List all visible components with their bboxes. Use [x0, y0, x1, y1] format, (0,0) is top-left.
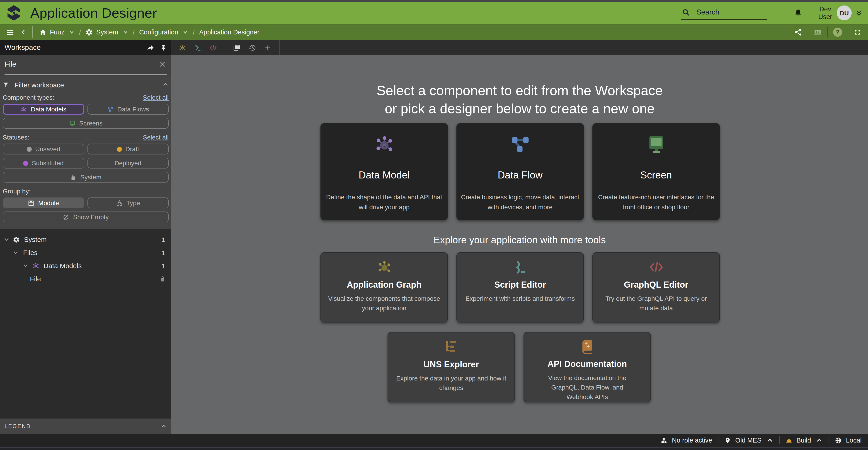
- toolbar-divider: [279, 40, 280, 55]
- card-title: GraphQL Editor: [624, 280, 688, 290]
- workspace-search-value: File: [4, 58, 167, 68]
- group-by-button-module[interactable]: Module: [3, 197, 84, 208]
- module-box-icon: [28, 199, 35, 206]
- tree-row-files[interactable]: Files 1: [0, 246, 171, 259]
- graphql-editor-card[interactable]: GraphQL Editor Try out the GraphQL API t…: [592, 252, 720, 322]
- statusbar-divider: [829, 436, 829, 444]
- search-icon: [682, 8, 690, 16]
- card-description: Experiment with scripts and transforms: [463, 294, 577, 303]
- status-button-draft[interactable]: Draft: [87, 143, 168, 155]
- clear-search-icon[interactable]: [159, 61, 166, 67]
- show-empty-button[interactable]: Show Empty: [3, 212, 168, 222]
- breadcrumb-item-home[interactable]: Fuuz: [39, 28, 74, 36]
- group-by-button-type[interactable]: Type: [87, 197, 168, 208]
- window-manager-icon[interactable]: [233, 44, 241, 52]
- tree-item-label: File: [30, 275, 41, 283]
- status-button-system[interactable]: System: [3, 172, 168, 183]
- gear-icon: [86, 28, 93, 36]
- breadcrumb-item-configuration[interactable]: Configuration: [139, 29, 188, 36]
- filter-workspace-header[interactable]: Filter workspace: [3, 78, 168, 91]
- api-documentation-card[interactable]: API Documentation View the documentation…: [524, 332, 651, 402]
- script-editor-icon[interactable]: [194, 44, 202, 52]
- legend-bar[interactable]: LEGEND: [0, 419, 171, 434]
- type-shapes-icon: [116, 199, 123, 206]
- breadcrumb-label: System: [96, 29, 118, 36]
- tree-row-system[interactable]: System 1: [0, 233, 171, 246]
- search-input[interactable]: Search: [681, 6, 768, 20]
- data-flow-card[interactable]: Data Flow Create business logic, move da…: [457, 123, 584, 220]
- tree-item-count: 1: [161, 262, 165, 269]
- dev-console-laptop-icon[interactable]: [814, 28, 822, 36]
- menu-hamburger-icon[interactable]: [6, 28, 14, 36]
- screen-card[interactable]: Screen Create feature-rich user interfac…: [592, 123, 720, 220]
- status-button-deployed[interactable]: Deployed: [87, 158, 168, 168]
- data-model-card[interactable]: Data Model Define the shape of the data …: [320, 123, 448, 220]
- workspace-tree: System 1 Files 1 Data Models 1 File: [0, 229, 171, 419]
- card-description: Explore the data in your app and how it …: [395, 374, 508, 393]
- filter-button-data-flows[interactable]: Data Flows: [87, 104, 168, 115]
- avatar[interactable]: DU: [837, 5, 852, 21]
- lock-icon: [70, 174, 76, 181]
- tree-row-data-models[interactable]: Data Models 1: [0, 259, 171, 272]
- select-all-statuses-link[interactable]: Select all: [143, 133, 168, 141]
- tree-row-file[interactable]: File: [0, 272, 171, 285]
- page-title: Application Designer: [30, 5, 157, 21]
- status-button-unsaved[interactable]: Unsaved: [3, 143, 84, 155]
- environment-status-item[interactable]: Local: [835, 437, 862, 444]
- user-menu-chevron-icon[interactable]: [855, 9, 863, 17]
- pin-icon[interactable]: [159, 44, 167, 51]
- history-icon[interactable]: [248, 44, 256, 52]
- screen-monitor-icon: [646, 134, 666, 155]
- filter-button-data-models[interactable]: Data Models: [3, 104, 84, 115]
- chevron-down-icon[interactable]: [23, 263, 29, 268]
- legend-collapse-chevron-icon[interactable]: [160, 423, 167, 429]
- application-graph-icon[interactable]: [179, 44, 186, 52]
- breadcrumb-item-current: Application Designer: [199, 29, 259, 36]
- role-status-label: No role active: [672, 437, 712, 444]
- help-icon[interactable]: ?: [833, 28, 842, 37]
- workspace-title: Workspace: [4, 43, 40, 52]
- notifications-bell-icon[interactable]: [794, 8, 803, 18]
- card-description: Create business logic, move data, intera…: [461, 192, 580, 212]
- data-flow-icon: [510, 134, 531, 155]
- location-status-item[interactable]: Old MES: [724, 437, 773, 444]
- breadcrumb-label: Configuration: [139, 29, 178, 36]
- uns-explorer-card[interactable]: UNS Explorer Explore the data in your ap…: [388, 332, 515, 402]
- status-button-substituted[interactable]: Substituted: [3, 158, 84, 168]
- group-by-button-label: Module: [38, 199, 59, 206]
- graphql-editor-icon[interactable]: [209, 44, 217, 52]
- statuses-label: Statuses:: [3, 133, 29, 141]
- popout-forward-icon[interactable]: [147, 44, 154, 51]
- breadcrumb: Fuuz / System / Configuration / Applicat…: [0, 24, 868, 40]
- workspace-search-field[interactable]: File: [0, 55, 171, 76]
- search-placeholder: Search: [696, 8, 719, 16]
- collapse-chevron-icon[interactable]: [162, 82, 168, 88]
- tree-item-label: Data Models: [43, 262, 82, 269]
- screen-icon: [69, 120, 76, 127]
- breadcrumb-item-system[interactable]: System: [86, 28, 128, 36]
- fuuz-logo-icon: [5, 4, 22, 21]
- application-graph-card[interactable]: Application Graph Visualize the componen…: [320, 252, 448, 322]
- chevron-down-icon: [123, 29, 128, 35]
- select-all-component-types-link[interactable]: Select all: [143, 94, 168, 101]
- add-tab-plus-icon[interactable]: [264, 44, 272, 52]
- chevron-down-icon: [183, 29, 188, 35]
- chevron-down-icon[interactable]: [13, 250, 19, 255]
- app-header: Application Designer Search Dev User DU: [0, 2, 868, 24]
- application-graph-icon: [376, 260, 392, 275]
- statusbar-divider: [718, 436, 718, 444]
- fullscreen-icon[interactable]: [854, 28, 862, 36]
- status-button-label: Unsaved: [35, 146, 60, 153]
- role-status-item[interactable]: No role active: [661, 437, 712, 444]
- filter-button-screens[interactable]: Screens: [3, 118, 168, 129]
- data-model-icon: [21, 106, 27, 112]
- unsaved-status-dot: [27, 147, 31, 152]
- card-title: UNS Explorer: [424, 360, 479, 369]
- build-mode-status-item[interactable]: Build: [785, 437, 823, 444]
- share-icon[interactable]: [794, 28, 802, 36]
- chevron-down-icon[interactable]: [4, 236, 9, 242]
- script-editor-card[interactable]: Script Editor Experiment with scripts an…: [457, 252, 584, 322]
- substituted-status-dot: [23, 161, 28, 166]
- globe-icon: [835, 437, 842, 444]
- back-chevron-icon[interactable]: [21, 29, 27, 35]
